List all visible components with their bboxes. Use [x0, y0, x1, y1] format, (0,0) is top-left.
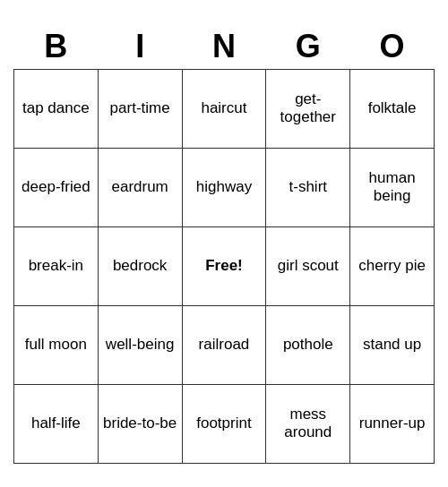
header-letter-g: G	[266, 24, 350, 70]
bingo-cell-2-1: bedrock	[98, 226, 182, 305]
bingo-cell-0-1: part-time	[98, 69, 182, 148]
bingo-cell-3-4: stand up	[350, 305, 435, 384]
bingo-card: BINGO tap dancepart-timehaircutget-toget…	[13, 24, 435, 464]
bingo-cell-4-0: half-life	[14, 384, 99, 463]
header-letter-o: O	[350, 24, 435, 70]
bingo-cell-2-4: cherry pie	[350, 226, 435, 305]
bingo-cell-4-4: runner-up	[350, 384, 435, 463]
bingo-cell-3-0: full moon	[14, 305, 99, 384]
bingo-row-3: full moonwell-beingrailroadpotholestand …	[14, 305, 435, 384]
bingo-cell-1-2: highway	[182, 148, 266, 226]
bingo-cell-3-3: pothole	[266, 305, 350, 384]
bingo-cell-4-1: bride-to-be	[98, 384, 182, 463]
header-letter-i: I	[98, 24, 182, 70]
bingo-cell-1-4: human being	[350, 148, 435, 226]
bingo-cell-2-2: Free!	[182, 226, 266, 305]
header-letter-b: B	[14, 24, 99, 70]
bingo-row-2: break-inbedrockFree!girl scoutcherry pie	[14, 226, 435, 305]
bingo-cell-4-3: mess around	[266, 384, 350, 463]
bingo-cell-2-3: girl scout	[266, 226, 350, 305]
bingo-cell-0-2: haircut	[182, 69, 266, 148]
bingo-cell-3-1: well-being	[98, 305, 182, 384]
bingo-cell-3-2: railroad	[182, 305, 266, 384]
bingo-header: BINGO	[14, 24, 435, 70]
bingo-cell-1-3: t-shirt	[266, 148, 350, 226]
bingo-cell-0-3: get-together	[266, 69, 350, 148]
bingo-row-4: half-lifebride-to-befootprintmess around…	[14, 384, 435, 463]
bingo-cell-1-1: eardrum	[98, 148, 182, 226]
bingo-cell-1-0: deep-fried	[14, 148, 99, 226]
bingo-cell-2-0: break-in	[14, 226, 99, 305]
bingo-row-0: tap dancepart-timehaircutget-togetherfol…	[14, 69, 435, 148]
bingo-cell-0-0: tap dance	[14, 69, 99, 148]
header-letter-n: N	[182, 24, 266, 70]
bingo-cell-0-4: folktale	[350, 69, 435, 148]
bingo-cell-4-2: footprint	[182, 384, 266, 463]
bingo-row-1: deep-friedeardrumhighwayt-shirthuman bei…	[14, 148, 435, 226]
bingo-body: tap dancepart-timehaircutget-togetherfol…	[14, 69, 435, 463]
